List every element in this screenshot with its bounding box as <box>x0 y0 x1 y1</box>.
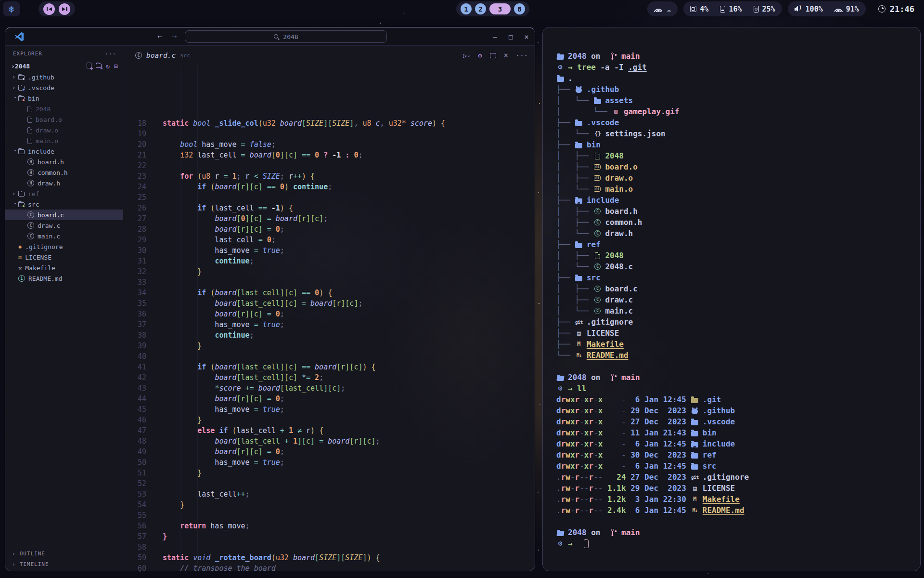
launcher-button[interactable]: ❄ <box>3 1 20 16</box>
nav-forward-button[interactable]: → <box>168 30 180 42</box>
workspace-3-active[interactable]: 3 <box>489 3 511 14</box>
split-editor-button[interactable] <box>490 53 496 58</box>
terminal-line: 2048 on main <box>556 51 915 62</box>
settings-gear-button[interactable]: ⚙ <box>478 52 482 59</box>
c-source-icon: C <box>593 263 601 270</box>
explorer-item-.github[interactable]: ›.github <box>5 72 123 82</box>
new-file-button[interactable] <box>87 63 91 68</box>
explorer-item-LICENSE[interactable]: ⚖LICENSE <box>5 252 123 263</box>
explorer-item-bin[interactable]: ›bin <box>5 93 123 104</box>
line-number: 55 <box>123 510 157 521</box>
explorer-item-ref[interactable]: ›ref <box>5 188 123 199</box>
explorer-more-button[interactable]: ··· <box>105 50 116 57</box>
line-number: 56 <box>123 521 157 531</box>
line-number: 44 <box>123 394 157 404</box>
item-label: README.md <box>28 275 62 282</box>
run-debug-button[interactable]: ▷› <box>463 52 470 59</box>
media-next-button[interactable] <box>59 3 70 15</box>
braces-icon: {} <box>593 128 601 139</box>
timeline-panel[interactable]: › TIMELINE <box>5 559 123 569</box>
minimize-button[interactable]: — <box>493 33 497 40</box>
explorer-item-README.md[interactable]: iREADME.md <box>5 273 123 284</box>
close-editor-button[interactable]: × <box>504 51 508 60</box>
line-number: 24 <box>123 182 157 192</box>
terminal-output: 2048 on main⚙→ tree -a -I .git.├──.githu… <box>543 27 920 549</box>
terminal-line: drwxr-xr-x - 27 Dec 2023.vscode <box>556 416 915 427</box>
terminal-line: │ └──assets <box>556 95 915 106</box>
code-line-42: 42 board[last_cell][c] *= 2; <box>123 372 535 383</box>
item-label: .github <box>28 74 54 81</box>
editor-area[interactable]: C board.c src ▷› ⚙ × ··· 18static bool _… <box>123 46 535 571</box>
code-line-31: 31 continue; <box>123 256 535 266</box>
explorer-item-main.c[interactable]: Cmain.c <box>5 231 123 241</box>
c-source-icon: C <box>593 308 601 314</box>
explorer-item-draw.h[interactable]: Hdraw.h <box>5 178 123 188</box>
chevron-right-icon: › <box>12 190 18 197</box>
circled-c-icon: C <box>27 222 34 229</box>
circled-h-icon: H <box>27 180 34 186</box>
code-line-55: 55 <box>123 510 535 521</box>
folder-gear-icon <box>691 441 699 447</box>
explorer-item-board.c[interactable]: Cboard.c <box>5 210 123 220</box>
line-number: 46 <box>123 415 157 425</box>
file-t-icon <box>593 252 601 259</box>
code-line-36: 36 board[r][c] = 0; <box>123 309 535 319</box>
terminal-line: │ ├──Ccommon.h <box>556 217 915 228</box>
workspace-1[interactable]: 1 <box>461 3 472 14</box>
item-label: .vscode <box>28 84 54 92</box>
code-editor[interactable]: 18static bool _slide_col(u32 board[SIZE]… <box>123 65 535 571</box>
explorer-item-2048[interactable]: 2048 <box>5 104 123 114</box>
search-input[interactable]: 2048 <box>185 30 387 43</box>
terminal-line: │ ├──Cboard.c <box>556 283 915 294</box>
terminal-line: .rw-r--r-- 2.4k 6 Jan 12:45M↓README.md <box>556 505 915 516</box>
explorer-item-src[interactable]: ›src <box>5 199 123 210</box>
code-line-27: 27 board[0][c] = board[r][c]; <box>123 213 535 224</box>
outline-panel[interactable]: › OUTLINE <box>5 548 123 559</box>
tab-filename[interactable]: board.c <box>146 52 176 59</box>
code-line-37: 37 has_move = true; <box>123 319 535 330</box>
memory-usage: 16% <box>729 5 742 13</box>
new-folder-button[interactable] <box>96 64 102 68</box>
terminal-line: . <box>556 73 915 84</box>
terminal-window[interactable]: 2048 on main⚙→ tree -a -I .git.├──.githu… <box>542 27 921 571</box>
code-line-38: 38 continue; <box>123 330 535 341</box>
m-icon: M <box>691 494 699 505</box>
explorer-item-.vscode[interactable]: ›.vscode <box>5 82 123 93</box>
more-actions-button[interactable]: ··· <box>516 52 528 59</box>
line-number: 60 <box>123 563 157 571</box>
collapse-all-button[interactable]: ⊟ <box>114 63 118 70</box>
circled-c-icon: C <box>27 211 34 218</box>
terminal-line: │ └──Cdraw.h <box>556 228 915 239</box>
gearg-icon: ⚙ <box>556 540 564 547</box>
explorer-item-.gitignore[interactable]: ◆.gitignore <box>5 241 123 252</box>
explorer-item-common.h[interactable]: Hcommon.h <box>5 167 123 178</box>
hammer-icon: ⚒ <box>18 264 22 271</box>
explorer-item-main.o[interactable]: main.o <box>5 135 123 146</box>
code-line-29: 29 last_cell = 0; <box>123 235 535 245</box>
line-number: 40 <box>123 351 157 362</box>
explorer-root-folder[interactable]: › 2048 ↻ ⊟ <box>5 60 123 72</box>
media-previous-button[interactable] <box>43 3 55 15</box>
close-button[interactable]: × <box>524 32 529 41</box>
workspace-2[interactable]: 2 <box>475 3 486 14</box>
explorer-item-include[interactable]: ›include <box>5 146 123 157</box>
explorer-item-Makefile[interactable]: ⚒Makefile <box>5 263 123 273</box>
refresh-button[interactable]: ↻ <box>106 63 110 70</box>
code-line-30: 30 has_move = true; <box>123 245 535 256</box>
terminal-line <box>556 516 915 527</box>
line-number: 48 <box>123 436 157 447</box>
line-number: 50 <box>123 457 157 468</box>
workspace-8[interactable]: 8 <box>514 3 525 14</box>
explorer-item-draw.c[interactable]: Cdraw.c <box>5 220 123 231</box>
line-number: 34 <box>123 288 157 298</box>
explorer-item-board.h[interactable]: Hboard.h <box>5 157 123 167</box>
maximize-button[interactable]: □ <box>509 33 513 40</box>
terminal-line: drwxr-xr-x - 6 Jan 12:45include <box>556 438 915 449</box>
nav-back-button[interactable]: ← <box>154 30 166 42</box>
file-icon <box>27 138 32 144</box>
explorer-item-draw.o[interactable]: draw.o <box>5 125 123 135</box>
code-line-22: 22 <box>123 160 535 171</box>
code-line-23: 23 for (u8 r = 1; r < SIZE; r++) { <box>123 171 535 182</box>
explorer-item-board.o[interactable]: board.o <box>5 114 123 125</box>
folder-s-icon <box>575 275 583 281</box>
